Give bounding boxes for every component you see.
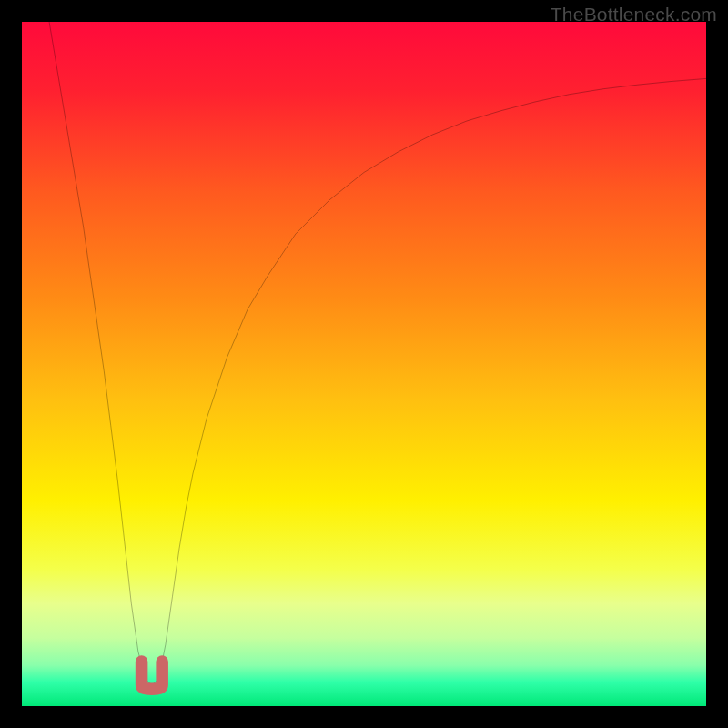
plot-area [22,22,706,706]
bottleneck-curve [22,22,706,706]
chart-frame: TheBottleneck.com [0,0,728,728]
watermark-text: TheBottleneck.com [551,4,717,25]
